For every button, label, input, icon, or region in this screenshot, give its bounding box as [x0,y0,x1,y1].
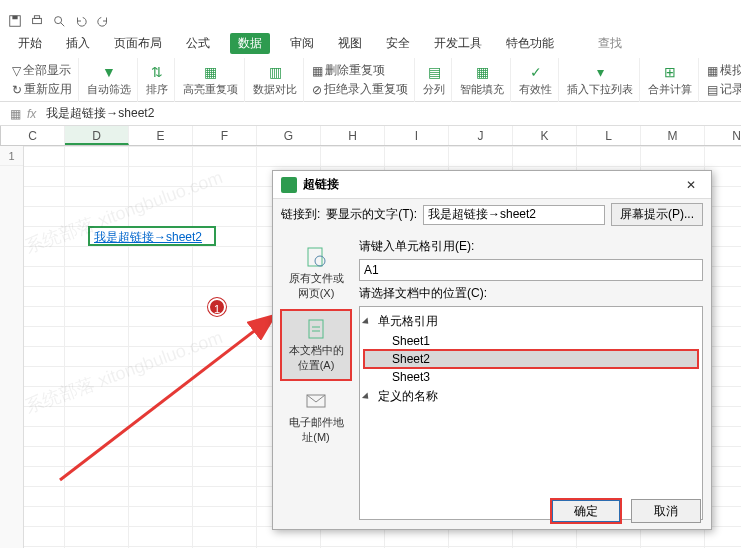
display-text-label: 要显示的文字(T): [326,206,417,223]
badge-1: 1 [208,298,226,316]
col-L[interactable]: L [577,126,641,145]
validation-icon[interactable]: ✓ [530,64,542,80]
col-C[interactable]: C [1,126,65,145]
cancel-button[interactable]: 取消 [631,499,701,523]
hyperlink-dialog: 超链接 ✕ 链接到: 要显示的文字(T): 屏幕提示(P)... 原有文件或网页… [272,170,712,530]
ribbon-record[interactable]: ▤ 记录单 [707,81,741,98]
menu-insert[interactable]: 插入 [62,33,94,54]
menu-view[interactable]: 视图 [334,33,366,54]
location-tree[interactable]: 单元格引用 Sheet1 Sheet2 Sheet3 定义的名称 [359,306,703,520]
svg-point-9 [315,256,325,266]
tree-label: 请选择文档中的位置(C): [359,285,703,302]
namebox-icon[interactable]: ▦ [10,107,21,121]
document-place-icon [304,317,328,341]
col-J[interactable]: J [449,126,513,145]
print-icon[interactable] [30,14,44,28]
tree-sheet1[interactable]: Sheet1 [364,332,698,350]
ribbon-whatif[interactable]: ▦ 模拟分析 [707,62,741,79]
menu-features[interactable]: 特色功能 [502,33,558,54]
menu-pagelayout[interactable]: 页面布局 [110,33,166,54]
dialog-title: 超链接 [303,176,679,193]
tree-group-cellref[interactable]: 单元格引用 [364,311,698,332]
menu-data[interactable]: 数据 [230,33,270,54]
menu-devtools[interactable]: 开发工具 [430,33,486,54]
redo-icon[interactable] [96,14,110,28]
tree-sheet3[interactable]: Sheet3 [364,368,698,386]
col-H[interactable]: H [321,126,385,145]
sidebar-existing-file[interactable]: 原有文件或网页(X) [281,238,351,308]
preview-icon[interactable] [52,14,66,28]
col-N[interactable]: N [705,126,741,145]
menu-formula[interactable]: 公式 [182,33,214,54]
dialog-app-icon [281,177,297,193]
menu-review[interactable]: 审阅 [286,33,318,54]
col-F[interactable]: F [193,126,257,145]
col-E[interactable]: E [129,126,193,145]
undo-icon[interactable] [74,14,88,28]
tree-group-names[interactable]: 定义的名称 [364,386,698,407]
svg-rect-1 [12,16,17,20]
consolidate-icon[interactable]: ⊞ [664,64,676,80]
svg-rect-8 [308,248,322,266]
svg-rect-10 [309,320,323,338]
fx-label: fx [27,107,36,121]
sidebar-place-in-doc[interactable]: 本文档中的位置(A) [281,310,351,380]
ribbon-remove-dup[interactable]: ▦ 删除重复项 [312,62,408,79]
svg-rect-2 [33,18,42,23]
col-I[interactable]: I [385,126,449,145]
tree-sheet2[interactable]: Sheet2 [364,350,698,368]
data-compare-icon[interactable]: ▥ [269,64,282,80]
smart-fill-icon[interactable]: ▦ [476,64,489,80]
sidebar-email[interactable]: 电子邮件地址(M) [281,382,351,452]
svg-point-4 [55,17,62,24]
col-D[interactable]: D [65,126,129,145]
cellref-input[interactable] [359,259,703,281]
active-cell-hyperlink[interactable]: 我是超链接→sheet2 [88,226,216,246]
menu-find[interactable]: 查找 [594,33,626,54]
sort-icon[interactable]: ⇅ [151,64,163,80]
menu-security[interactable]: 安全 [382,33,414,54]
email-icon [304,389,328,413]
svg-rect-3 [34,16,39,19]
ribbon-reject-dup[interactable]: ⊘ 拒绝录入重复项 [312,81,408,98]
column-headers: C D E F G H I J K L M N [0,126,741,146]
text-to-col-icon[interactable]: ▤ [428,64,441,80]
screentip-button[interactable]: 屏幕提示(P)... [611,203,703,226]
col-K[interactable]: K [513,126,577,145]
quick-access-toolbar [0,10,741,32]
display-text-input[interactable] [423,205,605,225]
close-icon[interactable]: ✕ [679,178,703,192]
menu-bar: 开始 插入 页面布局 公式 数据 审阅 视图 安全 开发工具 特色功能 查找 [0,32,741,54]
ribbon-all-display[interactable]: ▽ 全部显示 [12,62,72,79]
linkto-label: 链接到: [281,206,320,223]
file-web-icon [304,245,328,269]
formula-input[interactable]: 我是超链接→sheet2 [42,103,731,124]
svg-line-5 [61,23,65,27]
filter-icon[interactable]: ▼ [102,64,116,80]
col-M[interactable]: M [641,126,705,145]
highlight-dup-icon[interactable]: ▦ [204,64,217,80]
menu-start[interactable]: 开始 [14,33,46,54]
formula-bar: ▦ fx 我是超链接→sheet2 [0,102,741,126]
col-G[interactable]: G [257,126,321,145]
ribbon: ▽ 全部显示 ↻ 重新应用 ▼自动筛选 ⇅排序 ▦高亮重复项 ▥数据对比 ▦ 删… [0,54,741,102]
ok-button[interactable]: 确定 [551,499,621,523]
ribbon-reapply[interactable]: ↻ 重新应用 [12,81,72,98]
cellref-label: 请键入单元格引用(E): [359,238,703,255]
save-icon[interactable] [8,14,22,28]
dropdown-icon[interactable]: ▾ [597,64,604,80]
